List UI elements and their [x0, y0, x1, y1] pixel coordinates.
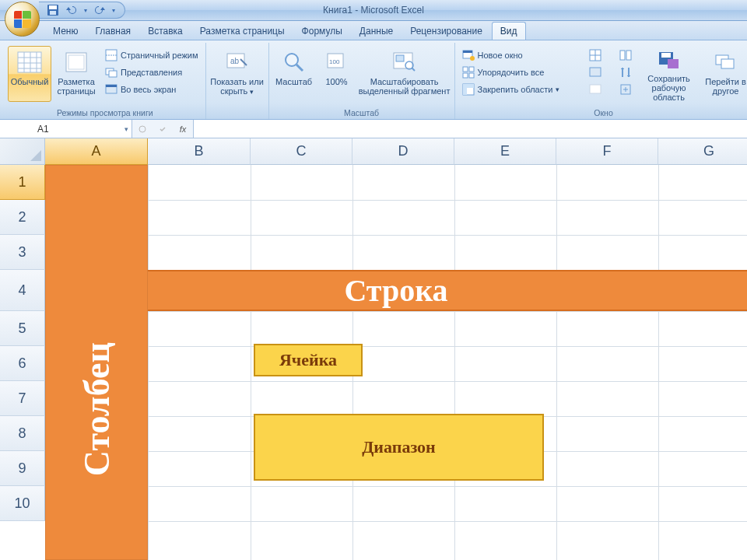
name-box[interactable]: A1 ▾ — [0, 120, 132, 138]
row-header[interactable]: 5 — [0, 311, 45, 346]
view-normal-button[interactable]: Обычный — [8, 46, 51, 102]
undo-icon[interactable] — [65, 4, 78, 16]
svg-point-51 — [139, 126, 146, 132]
freeze-panes-button[interactable]: Закрепить области — [458, 82, 575, 97]
select-all-corner[interactable] — [0, 138, 45, 165]
view-normal-label: Обычный — [11, 77, 49, 86]
magnifier-icon — [282, 50, 307, 75]
redo-icon[interactable] — [93, 4, 106, 16]
view-page-layout-button[interactable]: Разметка страницы — [54, 46, 98, 102]
zoom-label: Масштаб — [275, 77, 312, 86]
tab-formulas[interactable]: Формулы — [294, 23, 350, 40]
svg-rect-1 — [49, 5, 57, 9]
undo-dropdown-icon[interactable]: ▾ — [84, 7, 87, 14]
range-overlay: Диапазон — [254, 414, 544, 481]
tab-menu[interactable]: Меню — [45, 23, 86, 40]
column-header[interactable]: A — [45, 138, 148, 165]
zoom-selection-button[interactable]: Масштабировать выделенный фрагмент — [358, 46, 451, 102]
column-header[interactable]: C — [251, 138, 352, 165]
row-header[interactable]: 3 — [0, 235, 45, 270]
cancel-formula-icon[interactable] — [132, 120, 153, 138]
qat-customize-icon[interactable]: ▾ — [112, 7, 115, 14]
svg-rect-41 — [590, 68, 601, 76]
ribbon-tabs: Меню Главная Вставка Разметка страницы Ф… — [0, 21, 747, 40]
cells-area[interactable]: СтолбецСтрокаЯчейкаДиапазон — [45, 165, 747, 560]
zoom-button[interactable]: Масштаб — [272, 46, 316, 102]
save-workspace-button[interactable]: Сохранить рабочую область — [639, 46, 700, 102]
svg-rect-42 — [590, 85, 601, 93]
custom-views-icon — [105, 66, 117, 79]
side-by-side-button[interactable] — [615, 47, 636, 63]
reset-position-button[interactable] — [615, 82, 636, 97]
custom-views-button[interactable]: Представления — [101, 65, 202, 80]
ribbon-group-views: Обычный Разметка страницы Страничный реж… — [5, 43, 206, 119]
split-button[interactable] — [585, 47, 605, 63]
row-header[interactable]: 9 — [0, 451, 45, 486]
row-header[interactable]: 8 — [0, 416, 45, 451]
freeze-panes-icon — [462, 83, 475, 96]
office-button[interactable] — [5, 2, 40, 37]
arrange-all-button[interactable]: Упорядочить все — [458, 65, 575, 80]
tab-review[interactable]: Рецензирование — [402, 23, 490, 40]
zoom-100-button[interactable]: 100 100% — [319, 46, 355, 102]
tab-home[interactable]: Главная — [87, 23, 139, 40]
row-header[interactable]: 10 — [0, 486, 45, 521]
row-header[interactable]: 4 — [0, 270, 45, 311]
svg-line-27 — [412, 68, 415, 71]
svg-point-30 — [470, 56, 475, 61]
svg-rect-44 — [626, 51, 631, 60]
sync-scroll-button[interactable] — [615, 65, 636, 80]
name-box-dropdown-icon[interactable]: ▾ — [124, 125, 128, 133]
svg-rect-34 — [469, 73, 474, 78]
column-header[interactable]: D — [352, 138, 454, 165]
ribbon: Обычный Разметка страницы Страничный реж… — [0, 40, 747, 120]
row-header[interactable]: 1 — [0, 165, 45, 200]
tab-insert[interactable]: Вставка — [140, 23, 191, 40]
column-header[interactable]: F — [556, 138, 658, 165]
arrange-all-icon — [462, 66, 475, 79]
custom-views-label: Представления — [121, 68, 182, 77]
switch-windows-button[interactable]: Перейти в другое — [703, 46, 747, 102]
svg-rect-47 — [661, 53, 671, 58]
save-icon[interactable] — [47, 4, 59, 16]
column-header[interactable]: B — [148, 138, 251, 165]
zoom-100-label: 100% — [325, 77, 347, 86]
column-overlay: Столбец — [45, 165, 148, 560]
show-hide-label: Показать или скрыть — [210, 77, 265, 96]
full-screen-button[interactable]: Во весь экран — [101, 82, 202, 97]
row-header[interactable]: 6 — [0, 346, 45, 381]
new-window-button[interactable]: Новое окно — [458, 47, 575, 63]
formula-input[interactable] — [194, 120, 747, 138]
formula-buttons: fx — [132, 120, 194, 138]
row-header[interactable]: 7 — [0, 381, 45, 416]
zoom-selection-label: Масштабировать выделенный фрагмент — [359, 77, 451, 96]
column-header[interactable]: E — [454, 138, 556, 165]
column-headers: ABCDEFG — [45, 138, 747, 165]
insert-function-button[interactable]: fx — [173, 120, 193, 138]
unhide-icon — [589, 83, 601, 96]
page-break-preview-button[interactable]: Страничный режим — [101, 47, 202, 63]
tab-view[interactable]: Вид — [492, 22, 526, 40]
tab-page-layout[interactable]: Разметка страницы — [192, 23, 293, 40]
reset-position-icon — [619, 83, 632, 96]
show-hide-icon: ab — [225, 50, 250, 75]
side-by-side-icon — [619, 49, 632, 61]
svg-rect-15 — [109, 71, 117, 77]
row-header[interactable]: 2 — [0, 200, 45, 235]
svg-rect-10 — [66, 53, 86, 72]
window-group-label: Окно — [458, 107, 747, 119]
unhide-button[interactable] — [585, 82, 605, 97]
cell-overlay: Ячейка — [254, 344, 363, 376]
quick-access-toolbar: ▾ ▾ — [39, 2, 125, 19]
svg-rect-31 — [463, 67, 468, 72]
enter-formula-icon[interactable] — [153, 120, 173, 138]
hide-button[interactable] — [585, 65, 605, 80]
svg-rect-25 — [396, 55, 404, 61]
office-logo-icon — [14, 11, 31, 28]
ribbon-group-show-hide: ab Показать или скрыть — [206, 43, 269, 119]
column-header[interactable]: G — [658, 138, 747, 165]
window-title: Книга1 - Microsoft Excel — [323, 5, 424, 16]
show-hide-button[interactable]: ab Показать или скрыть — [209, 46, 265, 102]
tab-data[interactable]: Данные — [352, 23, 401, 40]
svg-text:ab: ab — [230, 57, 240, 65]
